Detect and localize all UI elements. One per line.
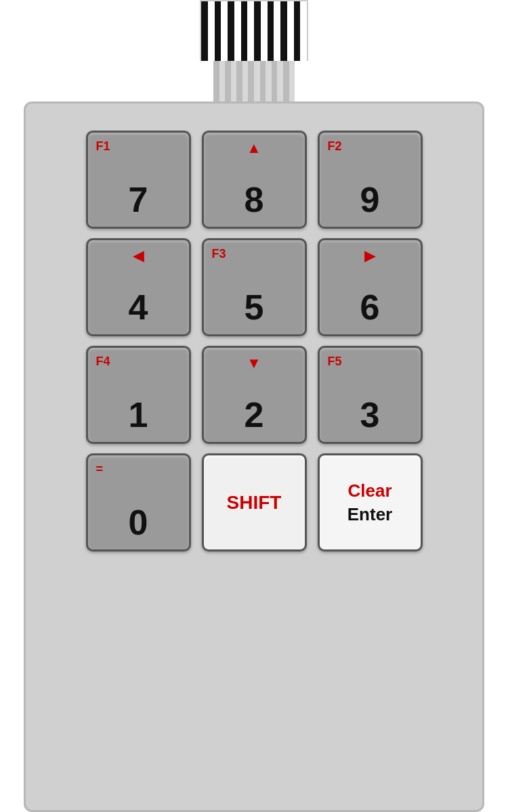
key-9[interactable]: F2 9	[318, 131, 423, 229]
key-3[interactable]: F5 3	[318, 346, 423, 444]
arrow-right-icon	[364, 247, 376, 265]
key-1[interactable]: F4 1	[86, 346, 191, 444]
key-5[interactable]: F3 5	[202, 238, 307, 336]
key-row-4: = 0 SHIFT Clear Enter	[66, 453, 442, 551]
connector-ribbon	[213, 61, 295, 102]
key-8[interactable]: 8	[202, 131, 307, 229]
key-row-3: F4 1 2 F5 3	[66, 346, 442, 444]
key-2-main-label: 2	[245, 397, 264, 432]
key-6[interactable]: 6	[318, 238, 423, 336]
arrow-left-icon	[133, 247, 144, 265]
key-0-main-label: 0	[129, 505, 148, 540]
key-7-function-label: F1	[96, 139, 110, 154]
connector-top	[200, 0, 308, 61]
key-4[interactable]: 4	[86, 238, 191, 336]
key-shift[interactable]: SHIFT	[202, 453, 307, 551]
connector-stripes	[201, 1, 307, 61]
key-1-function-label: F4	[96, 355, 110, 369]
key-clear-enter[interactable]: Clear Enter	[318, 453, 423, 551]
key-0[interactable]: = 0	[86, 453, 191, 551]
key-shift-label: SHIFT	[227, 492, 282, 514]
key-5-main-label: 5	[245, 290, 264, 325]
key-clear-label: Clear	[347, 480, 391, 501]
key-row-1: F1 7 8 F2 9	[66, 131, 442, 229]
key-1-main-label: 1	[129, 397, 148, 432]
key-7-main-label: 7	[129, 182, 148, 217]
key-8-main-label: 8	[245, 182, 264, 217]
arrow-down-icon	[247, 355, 261, 372]
key-row-2: 4 F3 5 6	[66, 238, 442, 336]
key-6-main-label: 6	[360, 290, 380, 325]
connector-area	[200, 0, 308, 102]
key-3-main-label: 3	[360, 397, 380, 432]
arrow-up-icon	[247, 139, 261, 157]
key-4-main-label: 4	[129, 290, 148, 325]
keypad-body: F1 7 8 F2 9 4 F3 5 6	[24, 102, 484, 812]
page-wrapper: F1 7 8 F2 9 4 F3 5 6	[0, 0, 508, 812]
key-2[interactable]: 2	[202, 346, 307, 444]
key-5-function-label: F3	[212, 247, 226, 261]
key-enter-label: Enter	[347, 504, 392, 525]
key-9-function-label: F2	[328, 139, 342, 154]
key-3-function-label: F5	[328, 355, 342, 369]
key-7[interactable]: F1 7	[86, 131, 191, 229]
key-0-function-label: =	[96, 462, 104, 476]
key-9-main-label: 9	[360, 182, 380, 217]
